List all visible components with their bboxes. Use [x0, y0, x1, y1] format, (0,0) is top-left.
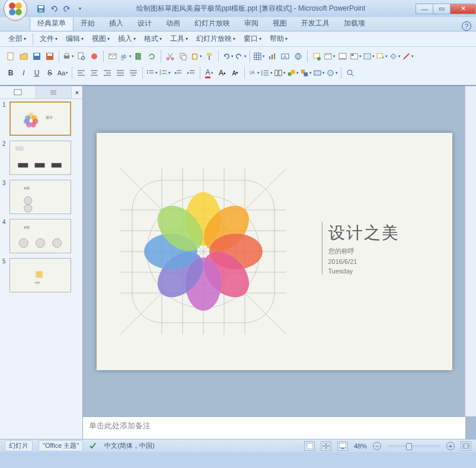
fit-window-icon[interactable] — [461, 441, 471, 451]
ribbon-tab-slideshow[interactable]: 幻灯片放映 — [187, 16, 237, 31]
menu-window[interactable]: 窗口▾ — [240, 33, 265, 45]
ribbon-tab-addins[interactable]: 加载项 — [337, 16, 372, 31]
zoom-in-icon[interactable]: + — [446, 442, 455, 450]
menu-slideshow[interactable]: 幻灯片放映▾ — [193, 33, 239, 45]
save-icon[interactable] — [31, 50, 43, 62]
zoom-slider[interactable] — [387, 445, 440, 447]
saveas-icon[interactable] — [44, 50, 56, 62]
distribute-icon[interactable] — [127, 67, 139, 79]
ribbon-tab-developer[interactable]: 开发工具 — [294, 16, 337, 31]
email-icon[interactable] — [107, 50, 119, 62]
zoom-out-icon[interactable]: − — [373, 442, 381, 450]
redo-tool-icon[interactable]: ▾ — [235, 50, 247, 62]
outline-tab[interactable] — [36, 86, 72, 98]
quick-styles-icon[interactable]: ▾ — [313, 67, 325, 79]
notes-pane[interactable]: 单击此处添加备注 — [83, 416, 465, 439]
decrease-indent-icon[interactable] — [172, 67, 184, 79]
line-spacing-icon[interactable]: ▾ — [261, 67, 273, 79]
ribbon-tab-insert[interactable]: 插入 — [102, 16, 130, 31]
prev-slide-icon[interactable]: ⇞ — [467, 386, 475, 394]
shapes-icon[interactable]: ▾ — [287, 67, 299, 79]
normal-view-icon[interactable] — [304, 441, 315, 451]
hyperlink-icon[interactable] — [292, 50, 304, 62]
insert-table-icon[interactable]: ▾ — [253, 50, 265, 62]
shape-effects-icon[interactable]: ▾ — [326, 67, 338, 79]
slide-thumbnail-1[interactable]: 设计 — [9, 101, 71, 136]
bullets-icon[interactable]: ▾ — [146, 67, 158, 79]
numbering-icon[interactable]: 12▾ — [159, 67, 171, 79]
slideshow-from-beginning-icon[interactable]: ▾ — [376, 50, 388, 62]
find-icon[interactable] — [344, 67, 356, 79]
panel-close-icon[interactable]: × — [72, 86, 82, 98]
increase-indent-icon[interactable] — [185, 67, 197, 79]
status-view-label[interactable]: 幻灯片 — [5, 440, 33, 451]
undo-icon[interactable] — [49, 4, 59, 14]
new-slide-icon[interactable] — [311, 50, 322, 62]
save-icon[interactable] — [36, 4, 46, 14]
ribbon-tab-classic[interactable]: 经典菜单 — [30, 15, 74, 31]
scroll-up-icon[interactable]: ▴ — [467, 87, 475, 95]
status-theme[interactable]: "Office 主题" — [39, 440, 83, 451]
strikethrough-icon[interactable]: S — [44, 67, 56, 79]
italic-icon[interactable]: I — [18, 67, 30, 79]
slides-tab[interactable] — [0, 86, 36, 98]
permission-icon[interactable] — [88, 50, 100, 62]
minimize-button[interactable]: — — [416, 4, 433, 14]
slide-thumbnail-4[interactable]: 标题 — [9, 219, 71, 253]
scroll-down-icon[interactable]: ▾ — [467, 376, 475, 384]
menu-view[interactable]: 视图▾ — [88, 33, 113, 45]
slide-thumbnail-3[interactable]: 标题 — [9, 180, 71, 214]
spell-icon[interactable]: ab▾ — [120, 50, 132, 62]
print-preview-icon[interactable] — [75, 50, 87, 62]
status-language[interactable]: 中文(简体，中国) — [104, 441, 154, 450]
menu-format[interactable]: 格式▾ — [140, 33, 165, 45]
columns-icon[interactable]: ▾ — [274, 67, 286, 79]
background-icon[interactable]: ▾ — [363, 50, 375, 62]
sorter-view-icon[interactable] — [321, 441, 331, 451]
slide-thumbnail-2[interactable] — [9, 141, 71, 175]
layout-icon[interactable]: ▾ — [324, 50, 336, 62]
help-icon[interactable]: ? — [462, 21, 471, 31]
copy-icon[interactable] — [177, 50, 189, 62]
slide[interactable]: 设计之美 您的称呼 2016/6/21 Tuesday — [97, 133, 452, 370]
chart-icon[interactable] — [266, 50, 278, 62]
textbox-icon[interactable]: A — [279, 50, 291, 62]
ribbon-tab-animation[interactable]: 动画 — [159, 16, 187, 31]
maximize-button[interactable]: ▭ — [433, 4, 451, 14]
text-direction-icon[interactable]: ↕A▾ — [248, 67, 260, 79]
slide-text-block[interactable]: 设计之美 您的称呼 2016/6/21 Tuesday — [322, 222, 400, 275]
ribbon-tab-view[interactable]: 视图 — [266, 16, 294, 31]
slideshow-view-icon[interactable] — [337, 441, 348, 451]
paste-icon[interactable]: ▾ — [190, 50, 202, 62]
cut-icon[interactable] — [164, 50, 176, 62]
justify-icon[interactable] — [114, 67, 126, 79]
change-case-icon[interactable]: Aa▾ — [57, 67, 69, 79]
slide-canvas[interactable]: 设计之美 您的称呼 2016/6/21 Tuesday ▴ ▾ ⇞ ⇟ — [83, 86, 476, 416]
menu-edit[interactable]: 编辑▾ — [62, 33, 87, 45]
header-footer-icon[interactable] — [337, 50, 349, 62]
spellcheck-status-icon[interactable] — [89, 441, 98, 451]
menu-help[interactable]: 帮助▾ — [266, 33, 291, 45]
open-icon[interactable] — [18, 50, 30, 62]
bold-icon[interactable]: B — [5, 67, 17, 79]
print-icon[interactable]: ▾ — [62, 50, 74, 62]
decrease-font-icon[interactable]: A▾ — [229, 67, 241, 79]
menu-file[interactable]: 文件▾ — [36, 33, 61, 45]
underline-icon[interactable]: U — [31, 67, 43, 79]
next-slide-icon[interactable]: ⇟ — [467, 395, 475, 403]
refresh-icon[interactable] — [146, 50, 158, 62]
redo-icon[interactable] — [62, 4, 72, 14]
new-icon[interactable] — [5, 50, 17, 62]
line-color-icon[interactable]: ▾ — [402, 50, 414, 62]
format-painter-icon[interactable] — [203, 50, 215, 62]
menu-tools[interactable]: 工具▾ — [167, 33, 191, 45]
arrange-icon[interactable]: ▾ — [300, 67, 312, 79]
font-color-icon[interactable]: A▾ — [203, 67, 215, 79]
zoom-level[interactable]: 48% — [354, 442, 367, 450]
align-right-icon[interactable] — [101, 67, 113, 79]
research-icon[interactable] — [133, 50, 145, 62]
undo-tool-icon[interactable]: ▾ — [222, 50, 234, 62]
align-left-icon[interactable] — [75, 67, 87, 79]
fill-icon[interactable]: ▾ — [389, 50, 401, 62]
slide-thumbnail-5[interactable]: 谢谢 — [9, 258, 71, 292]
